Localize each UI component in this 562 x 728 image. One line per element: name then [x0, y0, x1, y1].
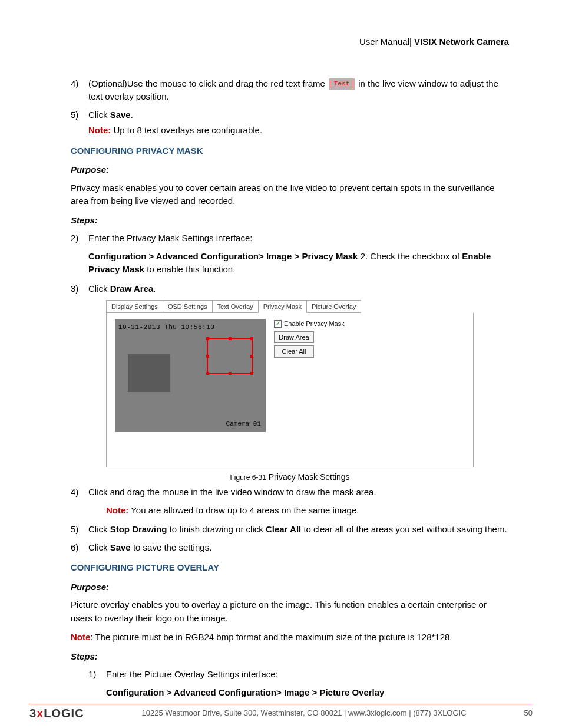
- resize-handle[interactable]: [229, 372, 232, 375]
- clear-all-label: Clear All: [266, 524, 301, 534]
- list-item: 2) Enter the Privacy Mask Settings inter…: [71, 232, 509, 245]
- text: to save the settings.: [131, 542, 212, 552]
- section-heading-picture-overlay: CONFIGURING PICTURE OVERLAY: [71, 561, 509, 575]
- text: to clear all of the areas you set withou…: [301, 524, 507, 534]
- timestamp-overlay: 10-31-2013 Thu 10:56:10: [118, 322, 214, 332]
- figure-body: 10-31-2013 Thu 10:56:10 Camera 01 ✓ Enab…: [106, 313, 474, 467]
- header-left: User Manual: [359, 37, 409, 47]
- note-row: Note: The picture must be in RGB24 bmp f…: [71, 631, 509, 644]
- resize-handle[interactable]: [206, 355, 209, 358]
- text: .: [131, 110, 133, 120]
- list-number: 5): [71, 523, 88, 536]
- note-text: : The picture must be in RGB24 bmp forma…: [90, 632, 452, 642]
- purpose-text: Privacy mask enables you to cover certai…: [71, 182, 509, 208]
- enable-privacy-mask-row: ✓ Enable Privacy Mask: [274, 319, 345, 329]
- logo-part: 3: [29, 707, 37, 720]
- checkbox-label: Enable Privacy Mask: [284, 319, 345, 329]
- list-number: 6): [71, 541, 88, 555]
- breadcrumb: Configuration > Advanced Configuration> …: [106, 686, 509, 700]
- list-item: 4) Click and drag the mouse in the live …: [71, 486, 509, 499]
- page-number: 50: [524, 707, 533, 719]
- resize-handle[interactable]: [250, 355, 253, 358]
- steps-label: Steps:: [71, 650, 509, 664]
- note-label: Note: [71, 632, 90, 642]
- note-text: Up to 8 text overlays are configurable.: [111, 125, 262, 135]
- list-body: Enter the Picture Overlay Settings inter…: [106, 668, 509, 681]
- list-number: 2): [71, 232, 88, 245]
- tab-text-overlay[interactable]: Text Overlay: [212, 300, 259, 313]
- test-frame-icon: Test: [329, 78, 355, 90]
- figure-title: Privacy Mask Settings: [266, 472, 350, 482]
- resize-handle[interactable]: [250, 337, 253, 340]
- save-label: Save: [110, 110, 131, 120]
- tabstrip: Display Settings OSD Settings Text Overl…: [106, 300, 474, 313]
- test-label: Test: [330, 80, 353, 88]
- text: .: [153, 284, 156, 294]
- text: Click: [88, 284, 110, 294]
- text: Click: [88, 542, 110, 552]
- purpose-text: Picture overlay enables you to overlay a…: [71, 598, 509, 625]
- note-row: Note: You are allowed to draw up to 4 ar…: [106, 504, 509, 518]
- list-item: 6) Click Save to save the settings.: [71, 541, 509, 555]
- breadcrumb: Configuration > Advanced Configuration> …: [88, 251, 358, 261]
- list-number: 3): [71, 282, 88, 296]
- note-label: Note:: [88, 125, 111, 135]
- header-sep: |: [409, 37, 412, 47]
- list-body: Enter the Privacy Mask Settings interfac…: [88, 232, 509, 245]
- list-body: Click Stop Drawing to finish drawing or …: [88, 523, 509, 536]
- camera-label: Camera 01: [226, 419, 261, 429]
- list-item: 4) (Optional)Use the mouse to click and …: [71, 77, 509, 104]
- logo-3xlogic: 3xLOGIC: [29, 704, 84, 722]
- controls-panel: ✓ Enable Privacy Mask Draw Area Clear Al…: [274, 319, 345, 461]
- list-body: Click Save. Note: Up to 8 text overlays …: [88, 108, 509, 137]
- list-item: 5) Click Stop Drawing to finish drawing …: [71, 523, 509, 536]
- config-path: Configuration > Advanced Configuration> …: [88, 250, 509, 276]
- footer-address: 10225 Westmoor Drive, Suite 300, Westmin…: [142, 707, 467, 719]
- list-body: Click Draw Area.: [88, 282, 509, 296]
- text: Click: [88, 110, 110, 120]
- purpose-label: Purpose:: [71, 581, 509, 594]
- resize-handle[interactable]: [206, 372, 209, 375]
- draw-area-label: Draw Area: [110, 284, 154, 294]
- resize-handle[interactable]: [250, 372, 253, 375]
- note-text: You are allowed to draw up to 4 areas on…: [128, 505, 359, 515]
- resize-handle[interactable]: [229, 337, 232, 340]
- text: to finish drawing or click: [167, 524, 266, 534]
- tab-privacy-mask[interactable]: Privacy Mask: [258, 300, 307, 313]
- list-body: Click and drag the mouse in the live vid…: [88, 486, 509, 499]
- list-number: 4): [71, 486, 88, 499]
- list-body: Click Save to save the settings.: [88, 541, 509, 555]
- live-view[interactable]: 10-31-2013 Thu 10:56:10 Camera 01: [115, 319, 266, 432]
- enable-privacy-mask-checkbox[interactable]: ✓: [274, 320, 282, 328]
- tab-display-settings[interactable]: Display Settings: [106, 300, 163, 313]
- text: to enable this function.: [144, 264, 235, 274]
- list-number: 4): [71, 77, 88, 104]
- text: (Optional)Use the mouse to click and dra…: [88, 78, 328, 88]
- header-right: VISIX Network Camera: [414, 37, 509, 47]
- list-number: 5): [71, 108, 88, 137]
- list-item: 3) Click Draw Area.: [71, 282, 509, 296]
- logo-part: LOGIC: [44, 707, 84, 720]
- page-header: User Manual| VISIX Network Camera: [71, 35, 509, 49]
- mask-area-existing: [128, 354, 170, 392]
- tab-osd-settings[interactable]: OSD Settings: [163, 300, 213, 313]
- steps-label: Steps:: [71, 214, 509, 228]
- figure-number: Figure 6-31: [230, 473, 266, 482]
- stop-drawing-label: Stop Drawing: [110, 524, 167, 534]
- list-item: 1) Enter the Picture Overlay Settings in…: [88, 668, 509, 681]
- tab-picture-overlay[interactable]: Picture Overlay: [306, 300, 361, 313]
- figure-privacy-mask: Display Settings OSD Settings Text Overl…: [106, 300, 474, 467]
- resize-handle[interactable]: [206, 337, 209, 340]
- mask-area-drawing[interactable]: [207, 338, 253, 374]
- text: Click: [88, 524, 110, 534]
- section-heading-privacy-mask: CONFIGURING PRIVACY MASK: [71, 144, 509, 158]
- note-label: Note:: [106, 505, 128, 515]
- page-footer: 3xLOGIC 10225 Westmoor Drive, Suite 300,…: [29, 704, 533, 722]
- list-body: (Optional)Use the mouse to click and dra…: [88, 77, 509, 104]
- text: 2. Check the checkbox of: [358, 251, 462, 261]
- list-number: 1): [88, 668, 106, 681]
- clear-all-button[interactable]: Clear All: [274, 345, 314, 358]
- purpose-label: Purpose:: [71, 163, 509, 177]
- figure-caption: Figure 6-31 Privacy Mask Settings: [71, 471, 509, 483]
- draw-area-button[interactable]: Draw Area: [274, 331, 314, 344]
